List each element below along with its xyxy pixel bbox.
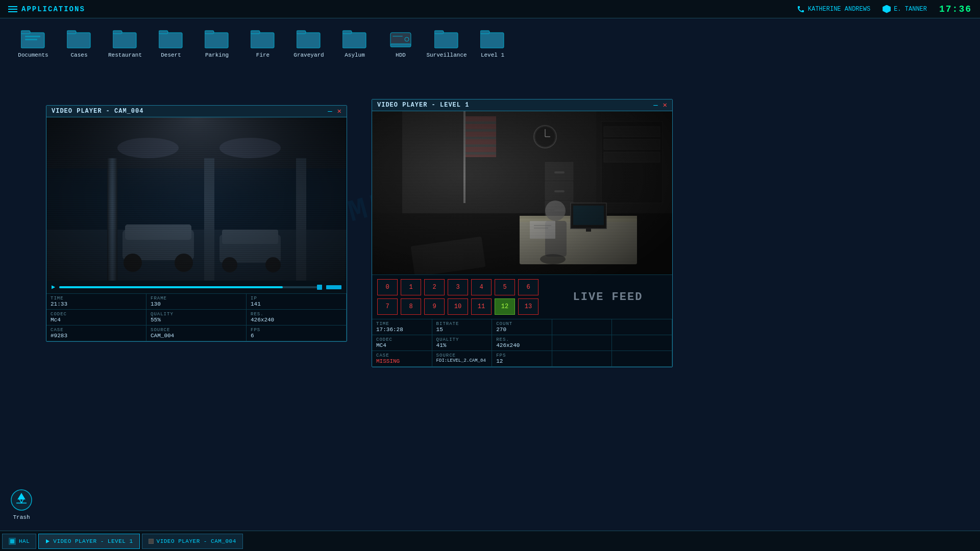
svg-rect-9 [159,31,168,34]
svg-rect-23 [434,31,444,34]
live-feed-label: LIVE FEED [544,291,672,304]
icon-fire[interactable]: Fire [245,29,281,58]
user2-info: E. TANNER [883,5,927,13]
cam-btn-8[interactable]: 8 [401,298,421,315]
title-cam004: VIDEO PLAYER - CAM_004 [52,108,143,115]
icon-level1[interactable]: Level 1 [475,29,510,58]
cam-btn-4[interactable]: 4 [471,279,492,295]
surveillance-label: Surveillance [426,52,467,58]
cam-btn-3[interactable]: 3 [448,279,468,295]
video-feed-cam004 [46,117,347,281]
meta-level1: TIME 17:36:28 BITRATE 15 COUNT 270 CODEC… [372,319,672,367]
hamburger-menu[interactable] [8,6,17,12]
cam-btn-6[interactable]: 6 [518,279,538,295]
user2-name: E. TANNER [894,6,927,13]
svg-rect-6 [113,33,136,48]
asylum-label: Asylum [345,52,365,58]
trash-label: Trash [13,514,30,520]
desktop-icons-row: Documents Cases Restaurant [0,18,980,68]
svg-rect-19 [390,44,411,47]
cam-btn-1[interactable]: 1 [401,279,421,295]
meta-frame-cam004: FRAME 130 [146,294,247,310]
res-label-cam004: RES. [251,312,342,317]
minimize-level1[interactable]: — [653,102,657,109]
icon-documents[interactable]: Documents [15,29,51,58]
play-button-cam004[interactable]: ▶ [52,283,55,291]
svg-rect-13 [251,31,260,34]
graveyard-label: Graveyard [293,52,324,58]
icon-parking[interactable]: Parking [199,29,235,58]
hal-label: HAL [19,538,30,544]
play-icon-level1 [45,539,50,544]
window-controls-cam004: — ✕ [328,108,341,115]
close-level1[interactable]: ✕ [663,102,667,109]
svg-rect-22 [434,33,458,48]
svg-rect-2 [25,36,40,37]
app-title: APPLICATIONS [21,5,85,13]
svg-rect-17 [342,31,352,34]
meta-fps-cam004: FPS 6 [247,325,347,341]
minimize-cam004[interactable]: — [328,108,332,115]
top-bar-left: APPLICATIONS [8,5,85,13]
svg-rect-11 [205,31,214,34]
meta-codec-cam004: CODEC Mc4 [46,310,146,325]
icon-hdd[interactable]: HDD [383,29,419,58]
cam-btn-0[interactable]: 0 [377,279,398,295]
cam-btn-9[interactable]: 9 [424,298,445,315]
cam-btn-row2: 7 8 9 10 11 12 13 [377,298,538,315]
codec-label-cam004: CODEC [51,312,142,317]
case-label-cam004: CASE [51,328,142,333]
progress-bar-cam004[interactable] [59,286,322,288]
cam-btn-5[interactable]: 5 [495,279,515,295]
icon-desert[interactable]: Desert [153,29,189,58]
window-controls-level1: — ✕ [653,102,667,109]
trash-icon[interactable]: Trash [10,489,33,520]
case-val-cam004: #9283 [51,333,142,339]
taskbar-vp-cam004[interactable]: VIDEO PLAYER - CAM_004 [142,534,243,549]
icon-restaurant[interactable]: Restaurant [107,29,143,58]
parking-folder-icon [205,29,229,49]
titlebar-level1[interactable]: VIDEO PLAYER - LEVEL 1 — ✕ [372,99,672,111]
system-time: 17:36 [939,4,972,14]
svg-rect-15 [297,31,306,34]
svg-rect-16 [342,33,366,48]
office-scene-svg [372,111,672,274]
meta-source-cam004: SOURCE CAM_004 [146,325,247,341]
level1-bottom: 0 1 2 3 4 5 6 7 8 9 10 11 [372,274,672,367]
icon-asylum[interactable]: Asylum [337,29,373,58]
cam-btn-2[interactable]: 2 [424,279,445,295]
taskbar-hal[interactable]: HAL [2,534,36,549]
fps-val-cam004: 6 [251,333,342,339]
user2-icon [883,5,891,13]
meta-bitrate-l1: BITRATE 15 [432,319,493,335]
close-cam004[interactable]: ✕ [337,108,341,115]
icon-surveillance[interactable]: Surveillance [429,29,464,58]
cases-folder-icon [67,29,91,49]
restaurant-label: Restaurant [108,52,142,58]
cam-btn-10[interactable]: 10 [448,298,468,315]
cam-btn-11[interactable]: 11 [471,298,492,315]
cam-btn-7[interactable]: 7 [377,298,398,315]
titlebar-cam004[interactable]: VIDEO PLAYER - CAM_004 — ✕ [46,106,347,117]
time-val-cam004: 21:33 [51,301,142,307]
svg-rect-10 [205,33,228,48]
icon-graveyard[interactable]: Graveyard [291,29,327,58]
meta-res-cam004: RES. 426x240 [247,310,347,325]
quality-label-cam004: QUALITY [151,312,242,317]
top-bar-right: KATHERINE ANDREWS E. TANNER 17:36 [797,4,972,14]
taskbar-vp-level1[interactable]: VIDEO PLAYER - LEVEL 1 [38,534,139,549]
icon-cases[interactable]: Cases [61,29,97,58]
meta-case-l1: CASE MISSING [372,351,432,367]
svg-rect-46 [46,117,347,281]
cases-label: Cases [70,52,87,58]
vp-level1-label: VIDEO PLAYER - LEVEL 1 [53,538,133,544]
svg-rect-3 [25,39,37,40]
cam-btn-13[interactable]: 13 [518,298,538,315]
frame-label-cam004: FRAME [151,296,242,301]
top-bar: APPLICATIONS KATHERINE ANDREWS E. TANNER… [0,0,980,18]
meta-cam004: TIME 21:33 FRAME 130 IP 141 CODEC Mc4 QU… [46,293,347,341]
documents-folder-icon [21,29,45,49]
cam-btn-12[interactable]: 12 [495,298,515,315]
surveillance-folder-icon [434,29,459,49]
source-val-cam004: CAM_004 [151,333,242,339]
